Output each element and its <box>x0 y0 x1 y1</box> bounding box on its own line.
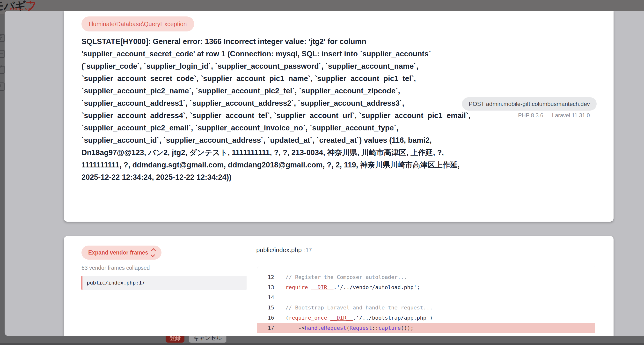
card-icon <box>0 50 5 58</box>
users-icon <box>0 34 5 42</box>
code-line: 14 <box>257 292 595 303</box>
code-line: 15// Bootstrap Laravel and handle the re… <box>257 303 595 313</box>
code-line: 13require __DIR__.'/../vendor/autoload.p… <box>257 282 595 292</box>
stack-frame-item[interactable]: public/index.php:17 <box>82 276 246 290</box>
code-snippet-panel: 12// Register the Composer autoloader...… <box>257 266 595 336</box>
file-path: public/index.php <box>256 246 302 253</box>
error-modal: Illuminate\Database\QueryException SQLST… <box>4 11 644 336</box>
logo-text: モバギ <box>0 0 26 12</box>
stack-trace-card: Expand vendor frames 63 vendor frames co… <box>64 236 614 336</box>
request-method-badge: POST admin.mobile-gift.columbusmantech.d… <box>462 97 596 111</box>
exception-class-badge: Illuminate\Database\QueryException <box>82 17 194 32</box>
code-line: 16(require_once __DIR__.'/../bootstrap/a… <box>257 313 595 323</box>
file-header: public/index.php:17 <box>256 246 312 254</box>
exception-card: Illuminate\Database\QueryException SQLST… <box>64 11 614 222</box>
code-line: 12// Register the Composer autoloader... <box>257 272 595 282</box>
tag-icon <box>0 83 5 91</box>
bag-icon <box>0 66 5 74</box>
exception-message: SQLSTATE[HY000]: General error: 1366 Inc… <box>82 35 473 183</box>
expand-vendor-frames-label: Expand vendor frames <box>88 249 148 256</box>
expand-vendor-frames-button[interactable]: Expand vendor frames <box>82 246 162 260</box>
collapsed-frames-note: 63 vendor frames collapsed <box>82 265 150 271</box>
file-line-number: :17 <box>304 247 312 253</box>
page-bottom-strip <box>0 343 644 345</box>
chevron-up-down-icon <box>152 249 155 256</box>
code-line-highlighted: 17 ->handleRequest(Request::capture()); <box>257 323 595 333</box>
logo-subtitle: MOBILE GIFT <box>10 8 34 10</box>
runtime-versions: PHP 8.3.6 — Laravel 11.31.0 <box>518 112 590 119</box>
frames-list: public/index.php:17 <box>82 276 246 290</box>
